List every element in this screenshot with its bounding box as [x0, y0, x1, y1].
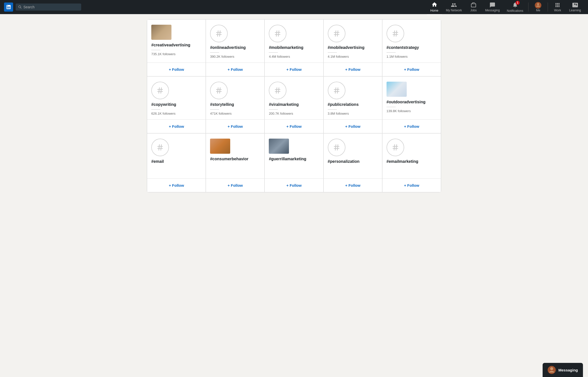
hashtag-name-email: #email: [151, 159, 201, 164]
hashtag-card-viralmarketing: #viralmarketing 200.7K followers + Follo…: [264, 76, 323, 133]
nav-home-label: Home: [430, 9, 438, 12]
search-input[interactable]: [23, 5, 79, 9]
nav-notifications[interactable]: 1 Notifications: [504, 0, 526, 15]
card-top-mobileadvertising: #mobileadvertising 4.1M followers: [324, 20, 382, 62]
svg-line-39: [335, 144, 336, 150]
svg-line-31: [335, 87, 336, 93]
card-top-publicrelations: #publicrelations 3.8M followers: [324, 77, 382, 119]
svg-line-28: [278, 87, 279, 93]
hashtag-card-email: #email + Follow: [147, 133, 206, 192]
followers-divider: [269, 109, 278, 110]
follow-btn-wrap-viralmarketing: + Follow: [265, 119, 323, 133]
svg-line-43: [394, 144, 395, 150]
follow-button-outdooradvertising[interactable]: + Follow: [387, 122, 437, 131]
nav-me[interactable]: Me: [531, 0, 546, 14]
svg-line-36: [161, 144, 162, 150]
hashtag-card-contentstrategy: #contentstrategy 1.1M followers + Follow: [382, 19, 441, 76]
card-top-viralmarketing: #viralmarketing 200.7K followers: [265, 77, 323, 119]
card-top-contentstrategy: #contentstrategy 1.1M followers: [383, 20, 441, 62]
hashtag-card-storytelling: #storytelling 471K followers + Follow: [206, 76, 264, 133]
hashtag-placeholder-email: [151, 139, 169, 156]
card-top-creativeadvertising: #creativeadvertising 735.1K followers: [147, 20, 205, 62]
svg-line-23: [218, 87, 218, 93]
nav-me-label: Me: [536, 9, 540, 12]
card-top-emailmarketing: #emailmarketing: [383, 134, 441, 178]
follow-button-mobilemarketing[interactable]: + Follow: [269, 65, 319, 74]
mynetwork-icon: [451, 2, 457, 8]
hashtag-name-outdooradvertising: #outdooradvertising: [387, 100, 437, 104]
follow-btn-wrap-personalization: + Follow: [324, 178, 382, 192]
card-top-outdooradvertising: #outdooradvertising 139.8K followers: [383, 77, 441, 119]
notifications-badge: 1: [516, 1, 520, 5]
svg-line-11: [335, 30, 336, 37]
nav-jobs[interactable]: Jobs: [466, 0, 481, 14]
follow-button-email[interactable]: + Follow: [151, 181, 201, 190]
card-top-personalization: #personalization: [324, 134, 382, 178]
follow-button-onlineadvertising[interactable]: + Follow: [210, 65, 260, 74]
hashtag-placeholder-copywriting: [151, 82, 169, 99]
hashtag-card-mobilemarketing: #mobilemarketing 4.4M followers + Follow: [264, 19, 323, 76]
follow-button-creativeadvertising[interactable]: + Follow: [151, 65, 201, 74]
hashtag-name-creativeadvertising: #creativeadvertising: [151, 43, 201, 47]
linkedin-logo[interactable]: [4, 3, 13, 12]
messaging-icon: [489, 2, 495, 8]
nav-home[interactable]: Home: [427, 0, 442, 15]
svg-line-15: [394, 30, 395, 37]
follow-button-viralmarketing[interactable]: + Follow: [269, 122, 319, 131]
hashtag-image-creativeadvertising: [151, 25, 171, 40]
followers-count-creativeadvertising: 735.1K followers: [151, 52, 201, 56]
nav-messaging[interactable]: Messaging: [482, 0, 503, 14]
followers-divider: [387, 52, 396, 53]
hashtag-placeholder-mobilemarketing: [269, 25, 286, 42]
followers-count-onlineadvertising: 390.2K followers: [210, 55, 260, 58]
follow-button-consumerbehavior[interactable]: + Follow: [210, 181, 260, 190]
follow-btn-wrap-contentstrategy: + Follow: [383, 62, 441, 76]
hashtag-name-consumerbehavior: #consumerbehavior: [210, 157, 260, 161]
svg-line-8: [278, 30, 279, 37]
follow-btn-wrap-storytelling: + Follow: [206, 119, 264, 133]
hashtag-name-onlineadvertising: #onlineadvertising: [210, 45, 260, 50]
search-icon: [18, 5, 22, 9]
followers-divider: [269, 52, 278, 53]
follow-button-storytelling[interactable]: + Follow: [210, 122, 260, 131]
card-top-guerrillamarketing: #guerrillamarketing: [265, 134, 323, 178]
nav-jobs-label: Jobs: [470, 9, 477, 12]
svg-line-12: [337, 30, 338, 37]
hashtag-placeholder-personalization: [328, 139, 345, 156]
svg-line-4: [220, 30, 220, 37]
notifications-icon-wrap: 1: [512, 2, 518, 9]
card-top-email: #email: [147, 134, 205, 178]
hashtag-card-guerrillamarketing: #guerrillamarketing + Follow: [264, 133, 323, 192]
follow-button-publicrelations[interactable]: + Follow: [328, 122, 378, 131]
nav-work[interactable]: Work: [550, 0, 565, 14]
nav-work-label: Work: [554, 9, 561, 12]
nav-mynetwork[interactable]: My Network: [443, 0, 465, 14]
follow-button-mobileadvertising[interactable]: + Follow: [328, 65, 378, 74]
hashtag-name-contentstrategy: #contentstrategy: [387, 45, 437, 50]
hashtag-placeholder-emailmarketing: [387, 139, 404, 156]
follow-btn-wrap-outdooradvertising: + Follow: [383, 119, 441, 133]
follow-button-guerrillamarketing[interactable]: + Follow: [269, 181, 319, 190]
svg-line-7: [276, 30, 277, 37]
search-box[interactable]: [16, 4, 81, 11]
follow-button-emailmarketing[interactable]: + Follow: [387, 181, 437, 190]
hashtag-name-personalization: #personalization: [328, 159, 378, 164]
followers-count-publicrelations: 3.8M followers: [328, 112, 378, 115]
hashtag-name-guerrillamarketing: #guerrillamarketing: [269, 157, 319, 161]
follow-btn-wrap-copywriting: + Follow: [147, 119, 205, 133]
svg-line-3: [218, 30, 218, 37]
nav-learning[interactable]: Learning: [566, 0, 584, 14]
hashtag-placeholder-viralmarketing: [269, 82, 286, 99]
card-top-storytelling: #storytelling 471K followers: [206, 77, 264, 119]
hashtag-name-emailmarketing: #emailmarketing: [387, 159, 437, 164]
hashtag-name-publicrelations: #publicrelations: [328, 102, 378, 107]
follow-btn-wrap-guerrillamarketing: + Follow: [265, 178, 323, 192]
follow-button-personalization[interactable]: + Follow: [328, 181, 378, 190]
followers-count-viralmarketing: 200.7K followers: [269, 112, 319, 115]
hashtag-name-copywriting: #copywriting: [151, 102, 201, 107]
follow-button-copywriting[interactable]: + Follow: [151, 122, 201, 131]
follow-button-contentstrategy[interactable]: + Follow: [387, 65, 437, 74]
svg-point-0: [537, 3, 539, 5]
followers-count-mobileadvertising: 4.1M followers: [328, 55, 378, 58]
followers-divider: [151, 109, 160, 110]
